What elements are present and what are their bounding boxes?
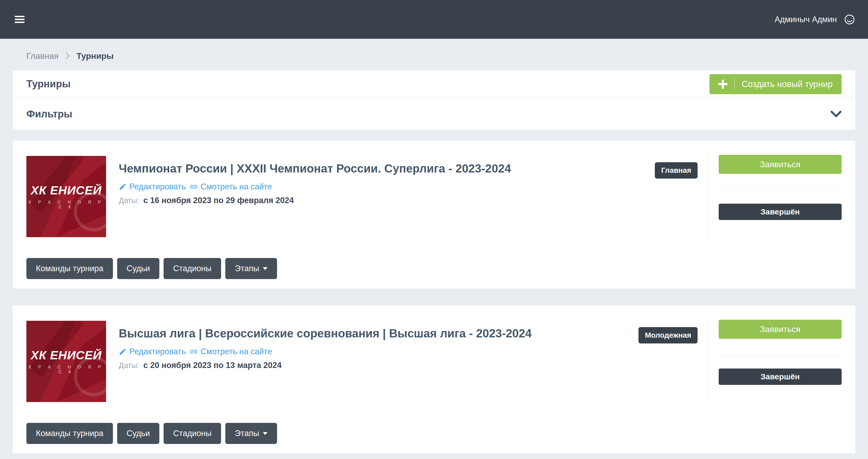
- apply-button[interactable]: Заявиться: [719, 155, 842, 174]
- breadcrumb-chevron-icon: [65, 52, 70, 60]
- edit-link-label: Редактировать: [129, 347, 186, 357]
- stages-dropdown-button[interactable]: Этапы: [225, 423, 277, 444]
- referees-button-label: Судьи: [127, 264, 150, 273]
- top-header-bar: Админыч Админ: [0, 0, 868, 39]
- referees-button-label: Судьи: [127, 429, 150, 438]
- stadiums-button-label: Стадионы: [173, 264, 212, 273]
- tournament-card: ХК ЕНИСЕЙ К Р А С Н О Я Р С К Чемпионат …: [13, 141, 855, 288]
- club-logo: ХК ЕНИСЕЙ К Р А С Н О Я Р С К: [26, 156, 106, 237]
- referees-button[interactable]: Судьи: [117, 423, 159, 444]
- tournament-title: Высшая лига | Всероссийские соревнования…: [119, 326, 630, 341]
- user-name: Админыч Админ: [775, 15, 837, 24]
- referees-button[interactable]: Судьи: [117, 258, 159, 279]
- teams-button-label: Команды турнира: [36, 264, 103, 273]
- club-city: К Р А С Н О Я Р С К: [26, 365, 106, 374]
- stages-button-label: Этапы: [235, 264, 259, 273]
- tournament-badge: Молодежная: [639, 327, 698, 343]
- pencil-icon: [119, 183, 127, 191]
- filters-toggle-row[interactable]: Фильтры: [13, 98, 855, 130]
- page-title: Турниры: [26, 78, 71, 90]
- stadiums-button-label: Стадионы: [173, 429, 212, 438]
- tournament-badge: Главная: [655, 162, 698, 179]
- club-name: ХК ЕНИСЕЙ: [26, 184, 106, 197]
- stages-dropdown-button[interactable]: Этапы: [225, 258, 277, 279]
- breadcrumb-home-link[interactable]: Главная: [26, 51, 59, 61]
- stadiums-button[interactable]: Стадионы: [163, 258, 221, 279]
- view-on-site-link[interactable]: Смотреть на сайте: [189, 182, 272, 191]
- breadcrumb: Главная Турниры: [0, 39, 868, 70]
- club-city: К Р А С Н О Я Р С К: [26, 200, 106, 210]
- page-panel: Турниры Создать новый турнир Фильтры: [13, 70, 855, 130]
- club-logo: ХК ЕНИСЕЙ К Р А С Н О Я Р С К: [26, 321, 106, 402]
- teams-button-label: Команды турнира: [36, 429, 103, 438]
- vertical-divider: [708, 155, 708, 237]
- chevron-down-icon: [831, 111, 842, 117]
- club-name: ХК ЕНИСЕЙ: [26, 348, 106, 362]
- link-icon: [189, 347, 198, 356]
- page-title-row: Турниры Создать новый турнир: [13, 70, 855, 98]
- smiley-face-icon: [844, 14, 855, 25]
- create-tournament-button[interactable]: Создать новый турнир: [709, 74, 842, 94]
- dates-value: с 20 ноября 2023 по 13 марта 2024: [143, 361, 281, 370]
- dates-value: с 16 ноября 2023 по 29 февраля 2024: [143, 196, 293, 205]
- pencil-icon: [119, 348, 127, 356]
- actions-divider: [719, 190, 842, 191]
- edit-tournament-link[interactable]: Редактировать: [119, 347, 186, 357]
- vertical-divider: [708, 320, 708, 402]
- dates-label: Даты:: [119, 361, 139, 370]
- status-finished-button[interactable]: Завершён: [719, 204, 842, 220]
- teams-button[interactable]: Команды турнира: [26, 423, 113, 444]
- tournament-title: Чемпионат России | XXXII Чемпионат Росси…: [119, 161, 647, 176]
- filters-label: Фильтры: [26, 109, 72, 120]
- stages-button-label: Этапы: [235, 429, 259, 438]
- caret-down-icon: [263, 267, 268, 270]
- actions-divider: [719, 355, 842, 356]
- tournament-card: ХК ЕНИСЕЙ К Р А С Н О Я Р С К Высшая лиг…: [13, 305, 855, 454]
- plus-icon: [718, 80, 727, 89]
- view-link-label: Смотреть на сайте: [200, 347, 272, 357]
- teams-button[interactable]: Команды турнира: [26, 258, 113, 279]
- dates-label: Даты:: [119, 196, 139, 205]
- status-finished-button[interactable]: Завершён: [719, 369, 842, 385]
- link-icon: [189, 183, 198, 191]
- stadiums-button[interactable]: Стадионы: [163, 423, 221, 444]
- view-link-label: Смотреть на сайте: [200, 182, 272, 191]
- button-separator: [734, 78, 735, 90]
- view-on-site-link[interactable]: Смотреть на сайте: [189, 347, 272, 357]
- hamburger-menu-icon[interactable]: [15, 14, 25, 25]
- edit-link-label: Редактировать: [129, 182, 186, 191]
- apply-button[interactable]: Заявиться: [719, 320, 842, 339]
- create-tournament-label: Создать новый турнир: [742, 79, 833, 89]
- user-menu[interactable]: Админыч Админ: [775, 14, 855, 25]
- breadcrumb-current: Турниры: [76, 51, 114, 61]
- edit-tournament-link[interactable]: Редактировать: [119, 182, 186, 191]
- caret-down-icon: [263, 432, 268, 435]
